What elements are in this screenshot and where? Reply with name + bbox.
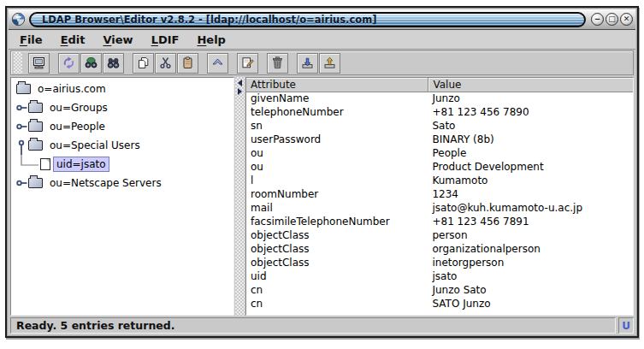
export-arrow-icon — [322, 56, 337, 70]
table-row[interactable]: mailjsato@kuh.kumamoto-u.ac.jp — [246, 202, 633, 216]
value-cell: +81 123 456 7891 — [428, 216, 633, 229]
paste-button[interactable] — [177, 53, 198, 74]
tree-node-ou-netscape-servers[interactable]: ou=Netscape Servers — [11, 174, 233, 192]
import-ldif-button[interactable] — [297, 53, 318, 74]
value-cell: 1234 — [428, 188, 633, 202]
tree-node-ou-people[interactable]: ou=People — [11, 117, 233, 136]
value-cell: inetorgperson — [428, 257, 633, 270]
title-pill: LDAP Browser\Editor v2.8.2 - [ldap://loc… — [29, 12, 586, 27]
table-row[interactable]: cnSATO Junzo — [246, 298, 633, 311]
tree-expander-collapsed-icon[interactable] — [15, 117, 27, 136]
app-globe-swirl-icon[interactable] — [11, 12, 26, 27]
folder-icon — [28, 121, 43, 132]
table-row[interactable]: ouProduct Development — [246, 161, 633, 174]
tree-node-label: o=airius.com — [35, 82, 109, 96]
binoculars-icon — [106, 56, 121, 70]
table-row[interactable]: telephoneNumber+81 123 456 7890 — [246, 106, 633, 120]
collapse-left-arrow-icon[interactable] — [238, 80, 242, 86]
value-cell: jsato — [428, 270, 633, 284]
table-row[interactable]: uidjsato — [246, 270, 633, 284]
main-area: o=airius.comou=Groupsou=Peopleou=Special… — [9, 76, 635, 316]
attribute-cell: userPassword — [246, 133, 428, 147]
attribute-table-panel: Attribute Value givenNameJunzotelephoneN… — [245, 77, 634, 316]
table-row[interactable]: objectClassinetorgperson — [246, 257, 633, 270]
table-row[interactable]: lKumamoto — [246, 174, 633, 188]
close-button[interactable]: ✕ — [620, 13, 633, 26]
value-cell: Product Development — [428, 161, 633, 174]
edit-entry-button[interactable] — [237, 53, 258, 74]
tree-node-ou-special-users[interactable]: ou=Special Users — [11, 136, 233, 155]
folder-icon — [28, 178, 43, 188]
toolbar — [10, 50, 634, 75]
directory-tree-panel: o=airius.comou=Groupsou=Peopleou=Special… — [10, 77, 234, 316]
tree-node-label: ou=Special Users — [47, 139, 143, 152]
attribute-cell: roomNumber — [246, 188, 428, 202]
attribute-cell: ou — [246, 161, 428, 174]
app-window: LDAP Browser\Editor v2.8.2 - [ldap://loc… — [5, 6, 639, 338]
chevron-up-icon — [210, 56, 225, 70]
table-row[interactable]: objectClassperson — [246, 229, 633, 243]
minimize-button[interactable]: − — [591, 13, 604, 26]
menu-view[interactable]: View — [96, 31, 141, 49]
folder-icon — [16, 84, 31, 94]
attribute-cell: ou — [246, 147, 428, 161]
attribute-cell: objectClass — [246, 229, 428, 243]
value-cell: organizationalperson — [428, 243, 633, 257]
table-row[interactable]: userPasswordBINARY (8b) — [246, 133, 633, 147]
tree-expander-collapsed-icon[interactable] — [15, 98, 27, 117]
title-bar[interactable]: LDAP Browser\Editor v2.8.2 - [ldap://loc… — [9, 9, 635, 30]
value-cell: Junzo — [428, 92, 633, 106]
menu-file[interactable]: File — [12, 31, 50, 49]
connect-button[interactable] — [28, 53, 50, 74]
table-row[interactable]: facsimileTelephoneNumber+81 123 456 7891 — [246, 216, 633, 229]
find-button[interactable] — [103, 53, 124, 74]
column-header-attribute[interactable]: Attribute — [246, 78, 428, 92]
table-row[interactable]: givenNameJunzo — [246, 92, 633, 106]
tree-node-uid-jsato[interactable]: uid=jsato — [11, 155, 233, 174]
expand-right-arrow-icon[interactable] — [238, 88, 242, 95]
refresh-button[interactable] — [58, 53, 80, 74]
tree-expander-collapsed-icon[interactable] — [15, 174, 27, 192]
tree-node-label: ou=Netscape Servers — [47, 176, 164, 190]
table-row[interactable]: ouPeople — [246, 147, 633, 161]
export-ldif-button[interactable] — [319, 53, 340, 74]
menu-help[interactable]: Help — [189, 31, 233, 49]
tree-node-ou-groups[interactable]: ou=Groups — [11, 98, 233, 117]
menu-mnemonic: V — [103, 33, 112, 46]
tree-node-label: ou=Groups — [47, 101, 110, 115]
value-cell: Kumamoto — [428, 174, 633, 188]
parent-entry-button[interactable] — [207, 53, 228, 74]
window-title: LDAP Browser\Editor v2.8.2 - [ldap://loc… — [31, 14, 376, 26]
copy-button[interactable] — [133, 53, 154, 74]
maximize-button[interactable]: □ — [606, 13, 618, 26]
document-icon — [40, 158, 50, 170]
toolbar-grip-handle[interactable] — [14, 52, 22, 74]
menu-ldif[interactable]: LDIF — [144, 31, 187, 49]
table-row[interactable]: snSato — [246, 120, 633, 133]
delete-entry-button[interactable] — [267, 53, 288, 74]
computer-icon — [32, 56, 46, 70]
search-button[interactable] — [80, 53, 102, 74]
table-body: givenNameJunzotelephoneNumber+81 123 456… — [246, 92, 633, 311]
attribute-cell: mail — [246, 202, 428, 216]
attribute-cell: cn — [246, 298, 428, 311]
table-row[interactable]: roomNumber1234 — [246, 188, 633, 202]
tree-node-label: ou=People — [47, 120, 108, 133]
table-row[interactable]: cnJunzo Sato — [246, 284, 633, 298]
table-header: Attribute Value — [246, 78, 633, 92]
cut-button[interactable] — [155, 53, 176, 74]
tree-node-o-airius-com[interactable]: o=airius.com — [11, 80, 233, 98]
menu-edit[interactable]: Edit — [53, 31, 93, 49]
menu-mnemonic: H — [197, 33, 206, 46]
column-header-value[interactable]: Value — [428, 78, 633, 92]
refresh-icon — [62, 56, 76, 70]
attribute-cell: uid — [246, 270, 428, 284]
tree-expander-expanded-icon[interactable] — [15, 136, 27, 155]
tree-node-label: uid=jsato — [54, 157, 109, 171]
value-cell: BINARY (8b) — [428, 133, 633, 147]
value-cell: jsato@kuh.kumamoto-u.ac.jp — [428, 202, 633, 216]
value-cell: People — [428, 147, 633, 161]
split-pane-divider[interactable] — [235, 77, 245, 316]
attribute-cell: facsimileTelephoneNumber — [246, 216, 428, 229]
table-row[interactable]: objectClassorganizationalperson — [246, 243, 633, 257]
